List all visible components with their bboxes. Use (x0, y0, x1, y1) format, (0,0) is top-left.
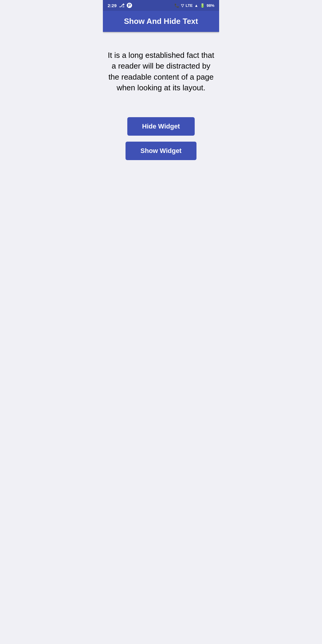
battery-percentage: 98% (207, 3, 214, 8)
status-bar-right: 📞 ▽ LTE ▲ 🔋 98% (174, 3, 215, 8)
battery-icon: 🔋 (200, 3, 205, 8)
wifi-icon: ▽ (181, 3, 184, 8)
status-bar: 2:29 ⎇ P 📞 ▽ LTE ▲ 🔋 98% (103, 0, 219, 11)
parking-icon: P (127, 3, 132, 8)
main-content: It is a long established fact that a rea… (103, 32, 219, 232)
body-text: It is a long established fact that a rea… (108, 50, 214, 93)
app-bar: Show And Hide Text (103, 11, 219, 32)
time-display: 2:29 (108, 3, 117, 8)
lte-label: LTE (186, 3, 193, 8)
status-bar-left: 2:29 ⎇ P (108, 3, 132, 8)
signal-bars-icon: ▲ (194, 3, 198, 8)
usb-icon: ⎇ (119, 3, 124, 8)
buttons-container: Hide Widget Show Widget (126, 117, 196, 160)
phone-icon: 📞 (174, 3, 179, 8)
app-bar-title: Show And Hide Text (124, 17, 198, 26)
show-widget-button[interactable]: Show Widget (126, 142, 196, 160)
hide-widget-button[interactable]: Hide Widget (127, 117, 195, 136)
